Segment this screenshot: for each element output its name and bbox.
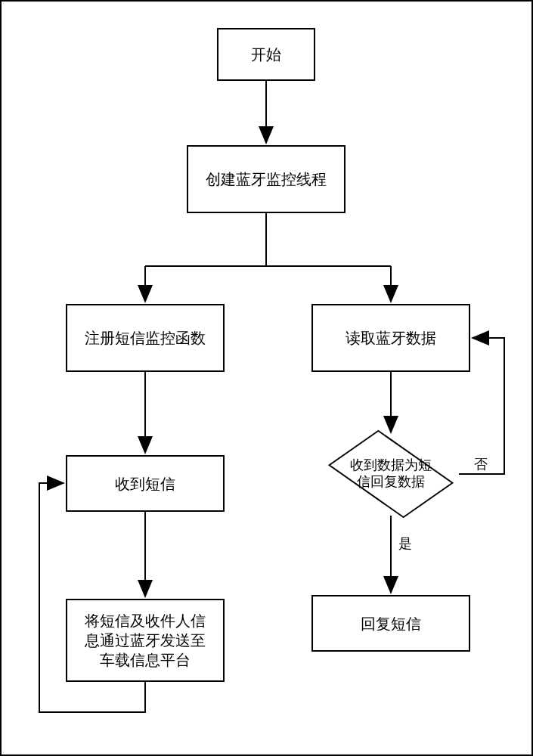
node-label: 将短信及收件人信息通过蓝牙发送至车载信息平台 bbox=[85, 611, 206, 670]
node-create: 创建蓝牙监控线程 bbox=[187, 145, 346, 213]
decision-yes-label: 是 bbox=[398, 534, 412, 553]
node-send: 将短信及收件人信息通过蓝牙发送至车载信息平台 bbox=[66, 599, 225, 682]
node-receive: 收到短信 bbox=[66, 455, 225, 512]
node-label: 开始 bbox=[251, 45, 281, 64]
node-label: 回复短信 bbox=[361, 614, 421, 634]
node-label: 创建蓝牙监控线程 bbox=[206, 169, 327, 189]
node-label: 读取蓝牙数据 bbox=[346, 328, 436, 348]
node-reply: 回复短信 bbox=[311, 595, 470, 652]
node-read: 读取蓝牙数据 bbox=[311, 304, 470, 372]
node-start: 开始 bbox=[217, 28, 315, 81]
node-decision: 收到数据为短信回复数据 bbox=[323, 432, 459, 516]
decision-no-label: 否 bbox=[474, 455, 488, 473]
node-register: 注册短信监控函数 bbox=[66, 304, 225, 372]
node-label: 收到短信 bbox=[115, 474, 175, 494]
node-label: 收到数据为短信回复数据 bbox=[350, 457, 432, 490]
node-label: 注册短信监控函数 bbox=[85, 328, 206, 348]
